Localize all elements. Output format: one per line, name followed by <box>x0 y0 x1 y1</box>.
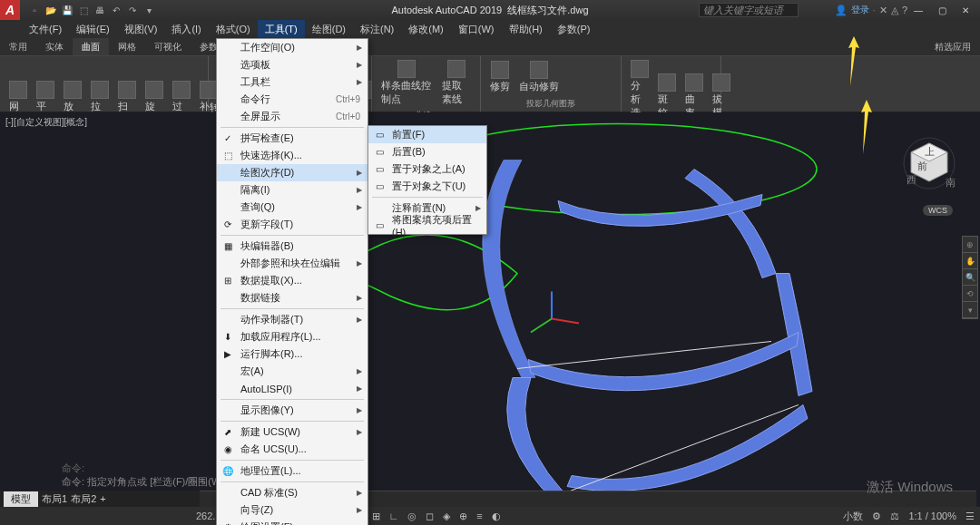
menu-window[interactable]: 窗口(W) <box>451 20 502 38</box>
menu-item-置于对象之上(A)[interactable]: ▭置于对象之上(A) <box>368 160 486 178</box>
viewcube[interactable]: 上 前 西 南 <box>902 136 956 190</box>
menu-item-置于对象之下(U)[interactable]: ▭置于对象之下(U) <box>368 178 486 195</box>
viewport[interactable]: [-][自定义视图][概念] <box>0 112 980 507</box>
menu-params[interactable]: 参数(P) <box>550 20 598 38</box>
menu-view[interactable]: 视图(V) <box>117 20 165 38</box>
menu-item-选项板[interactable]: 选项板▶ <box>217 56 368 73</box>
menu-item-显示图像(Y)[interactable]: 显示图像(Y)▶ <box>217 402 368 419</box>
user-icon[interactable]: 👤 <box>835 5 848 16</box>
status-annoscale-icon[interactable]: ⚖ <box>890 510 899 522</box>
ribbon-tab-surface[interactable]: 曲面 <box>73 38 109 55</box>
qat-dropdown-icon[interactable]: ▾ <box>142 3 156 17</box>
menu-item-向导(Z)[interactable]: 向导(Z)▶ <box>217 501 368 519</box>
menu-item-绘图设置(F)...[interactable]: ⚙绘图设置(F)... <box>217 519 368 525</box>
menu-help[interactable]: 帮助(H) <box>502 20 550 38</box>
app-icon[interactable]: A <box>0 0 20 20</box>
menu-item-动作录制器(T)[interactable]: 动作录制器(T)▶ <box>217 311 368 328</box>
menu-item-CAD 标准(S)[interactable]: CAD 标准(S)▶ <box>217 484 368 501</box>
menu-item-数据提取(X)...[interactable]: ⊞数据提取(X)... <box>217 272 368 289</box>
menu-item-命名 UCS(U)...[interactable]: ◉命名 UCS(U)... <box>217 441 368 458</box>
tab-model[interactable]: 模型 <box>4 491 38 507</box>
ribbon-样条曲线控制点[interactable]: 样条曲线控制点 <box>377 58 436 108</box>
menu-item-工作空间(O)[interactable]: 工作空间(O)▶ <box>217 39 368 56</box>
menu-edit[interactable]: 编辑(E) <box>69 20 117 38</box>
nav-show-icon[interactable]: ▾ <box>963 302 977 318</box>
menu-item-快速选择(K)...[interactable]: ⬚快速选择(K)... <box>217 147 368 164</box>
menu-item-将图案填充项后置(H)[interactable]: ▭将图案填充项后置(H) <box>368 217 486 234</box>
qat-new-icon[interactable]: ▫ <box>27 3 42 17</box>
menu-item-绘图次序(D)[interactable]: 绘图次序(D)▶ <box>217 164 368 181</box>
login-button[interactable]: 登录 <box>851 4 869 16</box>
menu-item-加载应用程序(L)...[interactable]: ⬇加载应用程序(L)... <box>217 328 368 345</box>
wcs-label[interactable]: WCS <box>923 205 953 216</box>
menu-item-更新字段(T)[interactable]: ⟳更新字段(T) <box>217 216 368 233</box>
menu-item-隔离(I)[interactable]: 隔离(I)▶ <box>217 181 368 199</box>
submenu-arrow-icon: ▶ <box>357 406 362 414</box>
menu-tools[interactable]: 工具(T) <box>258 20 305 38</box>
ribbon-tabs: 常用 实体 曲面 网格 可视化 参数化 插入 精选应用 <box>0 38 980 56</box>
menu-item-外部参照和块在位编辑[interactable]: 外部参照和块在位编辑▶ <box>217 255 368 272</box>
ribbon-修剪[interactable]: 修剪 <box>486 58 514 96</box>
status-config-icon[interactable]: ☰ <box>965 510 975 522</box>
menu-item-块编辑器(B)[interactable]: ▦块编辑器(B) <box>217 238 368 255</box>
menu-item-运行脚本(R)...[interactable]: ▶运行脚本(R)... <box>217 345 368 363</box>
menu-item-拼写检查(E)[interactable]: ✓拼写检查(E) <box>217 130 368 147</box>
ribbon-tab-home[interactable]: 常用 <box>0 38 36 55</box>
tab-layout2[interactable]: 布局2 <box>71 492 96 506</box>
qat-saveas-icon[interactable]: ⬚ <box>76 3 91 17</box>
ribbon-tab-mesh[interactable]: 网格 <box>109 38 145 55</box>
qat-plot-icon[interactable]: 🖶 <box>93 3 107 17</box>
status-units[interactable]: 小数 <box>843 510 863 523</box>
status-polar-icon[interactable]: ◎ <box>407 510 416 522</box>
status-lwt-icon[interactable]: ≡ <box>476 510 482 521</box>
window-close-button[interactable]: ✕ <box>955 2 976 18</box>
ribbon-提取素线[interactable]: 提取素线 <box>438 58 475 108</box>
qat-open-icon[interactable]: 📂 <box>44 3 58 17</box>
qat-undo-icon[interactable]: ↶ <box>109 3 123 17</box>
nav-orbit-icon[interactable]: ⟲ <box>963 286 977 302</box>
menu-item-宏(A)[interactable]: 宏(A)▶ <box>217 363 368 380</box>
ribbon-tab-visualize[interactable]: 可视化 <box>145 38 191 55</box>
status-transp-icon[interactable]: ◐ <box>492 510 501 522</box>
menu-insert[interactable]: 插入(I) <box>164 20 208 38</box>
menu-item-数据链接[interactable]: 数据链接▶ <box>217 289 368 306</box>
menu-item-新建 UCS(W)[interactable]: ⬈新建 UCS(W)▶ <box>217 423 368 441</box>
ribbon-tab-featured[interactable]: 精选应用 <box>926 38 980 55</box>
status-osnap-icon[interactable]: ◻ <box>426 510 434 522</box>
menu-item-地理位置(L)...[interactable]: 🌐地理位置(L)... <box>217 462 368 480</box>
menu-item-查询(Q)[interactable]: 查询(Q)▶ <box>217 199 368 216</box>
tab-add[interactable]: + <box>100 493 105 504</box>
menu-item-后置(B)[interactable]: ▭后置(B) <box>368 143 486 160</box>
ribbon-自动修剪[interactable]: 自动修剪 <box>515 58 563 96</box>
nav-full-icon[interactable]: ⊕ <box>963 237 977 253</box>
search-input[interactable]: 键入关键字或短语 <box>699 3 799 17</box>
titlebar: A ▫ 📂 💾 ⬚ 🖶 ↶ ↷ ▾ Autodesk AutoCAD 2019 … <box>0 0 980 20</box>
submenu-arrow-icon: ▶ <box>357 367 362 375</box>
menu-draw[interactable]: 绘图(D) <box>305 20 353 38</box>
menu-dimension[interactable]: 标注(N) <box>353 20 401 38</box>
window-minimize-button[interactable]: — <box>907 2 929 18</box>
menu-item-全屏显示[interactable]: 全屏显示Ctrl+0 <box>217 108 368 125</box>
share-icon[interactable]: ◬ <box>891 5 898 16</box>
menu-item-AutoLISP(I)[interactable]: AutoLISP(I)▶ <box>217 380 368 397</box>
window-maximize-button[interactable]: ▢ <box>931 2 953 18</box>
tab-layout1[interactable]: 布局1 <box>42 492 67 506</box>
menu-modify[interactable]: 修改(M) <box>401 20 451 38</box>
ribbon-tab-solid[interactable]: 实体 <box>36 38 73 55</box>
status-scale[interactable]: 1:1 / 100% <box>908 510 956 521</box>
menu-item-工具栏[interactable]: 工具栏▶ <box>217 73 368 91</box>
status-3dsnap-icon[interactable]: ◈ <box>443 510 450 522</box>
status-dyn-icon[interactable]: ⊕ <box>459 510 467 522</box>
status-ortho-icon[interactable]: ∟ <box>389 510 399 521</box>
qat-redo-icon[interactable]: ↷ <box>125 3 140 17</box>
exchange-icon[interactable]: ✕ <box>879 5 887 16</box>
menu-item-前置(F)[interactable]: ▭前置(F) <box>368 126 486 143</box>
menu-format[interactable]: 格式(O) <box>209 20 258 38</box>
menu-file[interactable]: 文件(F) <box>22 20 69 38</box>
nav-zoom-icon[interactable]: 🔍 <box>963 269 977 286</box>
status-workspace-icon[interactable]: ⚙ <box>872 510 881 522</box>
menu-item-命令行[interactable]: 命令行Ctrl+9 <box>217 91 368 108</box>
nav-pan-icon[interactable]: ✋ <box>963 253 977 269</box>
status-snap-icon[interactable]: ⊞ <box>372 510 380 522</box>
qat-save-icon[interactable]: 💾 <box>60 3 74 17</box>
